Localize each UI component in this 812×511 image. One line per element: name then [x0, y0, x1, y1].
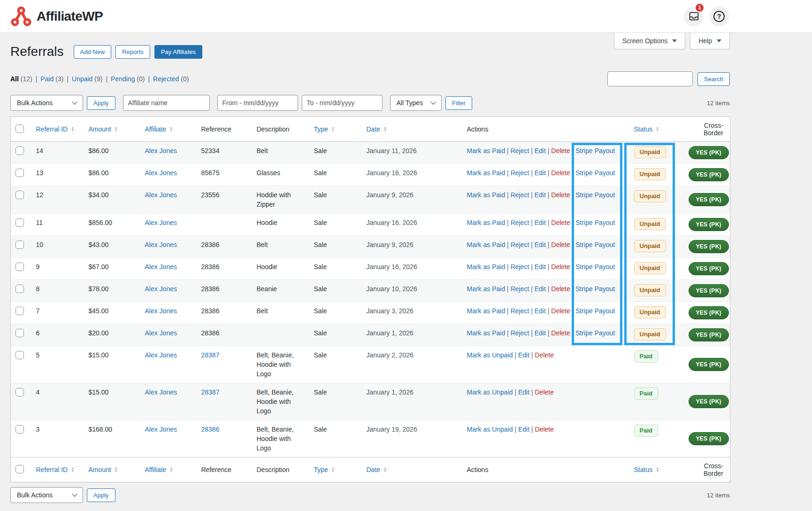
bulk-actions-select[interactable]: Bulk Actions [10, 95, 83, 111]
sort-link-id[interactable]: Referral ID▲▼ [36, 125, 75, 133]
sort-link-status[interactable]: Status▲▼ [634, 466, 659, 473]
affiliate-link[interactable]: Alex Jones [145, 426, 177, 433]
cross-border-button[interactable]: YES (PK) [689, 146, 729, 159]
action-reject[interactable]: Reject [511, 307, 529, 315]
search-button[interactable]: Search [697, 72, 730, 86]
action-reject[interactable]: Reject [511, 169, 529, 177]
apply-button-bottom[interactable]: Apply [87, 488, 115, 502]
help-tab[interactable]: Help [690, 33, 730, 49]
action-mark-as-unpaid[interactable]: Mark as Unpaid [467, 351, 513, 359]
row-checkbox[interactable] [15, 169, 24, 177]
sort-link-amount[interactable]: Amount▲▼ [89, 125, 118, 133]
cross-border-button[interactable]: YES (PK) [689, 284, 729, 297]
action-delete[interactable]: Delete [535, 426, 554, 433]
action-reject[interactable]: Reject [511, 241, 529, 248]
view-all[interactable]: All (12) [10, 75, 32, 83]
date-to-input[interactable] [302, 95, 383, 111]
cross-border-button[interactable]: YES (PK) [689, 358, 729, 371]
action-delete[interactable]: Delete [551, 241, 570, 248]
stripe-payout-link[interactable]: Stripe Payout [575, 329, 615, 337]
date-from-input[interactable] [217, 95, 298, 111]
action-delete[interactable]: Delete [551, 169, 570, 177]
affiliate-link[interactable]: Alex Jones [145, 388, 177, 396]
affiliate-link[interactable]: Alex Jones [145, 263, 177, 271]
view-paid[interactable]: Paid (3) [40, 75, 63, 83]
row-checkbox[interactable] [15, 147, 24, 155]
affiliate-link[interactable]: Alex Jones [145, 241, 177, 248]
action-mark-as-unpaid[interactable]: Mark as Unpaid [467, 426, 513, 433]
affiliate-name-input[interactable] [123, 95, 210, 111]
action-delete[interactable]: Delete [551, 263, 570, 271]
action-mark-as-paid[interactable]: Mark as Paid [467, 147, 506, 155]
affiliate-link[interactable]: Alex Jones [145, 329, 177, 337]
cross-border-button[interactable]: YES (PK) [689, 240, 729, 253]
stripe-payout-link[interactable]: Stripe Payout [575, 263, 615, 271]
sort-link-id[interactable]: Referral ID▲▼ [36, 466, 75, 473]
action-mark-as-paid[interactable]: Mark as Paid [467, 329, 506, 337]
row-checkbox[interactable] [15, 218, 24, 227]
action-mark-as-paid[interactable]: Mark as Paid [467, 191, 506, 199]
action-delete[interactable]: Delete [535, 388, 554, 396]
action-delete[interactable]: Delete [551, 285, 570, 293]
action-edit[interactable]: Edit [535, 191, 546, 199]
cross-border-button[interactable]: YES (PK) [689, 328, 729, 341]
action-reject[interactable]: Reject [511, 191, 529, 199]
action-edit[interactable]: Edit [535, 147, 546, 155]
action-reject[interactable]: Reject [511, 147, 529, 155]
bulk-actions-select-bottom[interactable]: Bulk Actions [10, 487, 83, 503]
notifications-button[interactable]: 1 [684, 7, 704, 26]
row-checkbox[interactable] [15, 351, 24, 359]
cross-border-button[interactable]: YES (PK) [689, 432, 729, 445]
affiliate-link[interactable]: Alex Jones [145, 191, 177, 199]
sort-link-type[interactable]: Type▲▼ [314, 466, 335, 473]
stripe-payout-link[interactable]: Stripe Payout [575, 285, 615, 293]
reference-link[interactable]: 28387 [201, 351, 220, 359]
cross-border-button[interactable]: YES (PK) [689, 262, 729, 275]
action-edit[interactable]: Edit [518, 351, 529, 359]
row-checkbox[interactable] [15, 307, 24, 315]
screen-options-tab[interactable]: Screen Options [614, 33, 686, 49]
stripe-payout-link[interactable]: Stripe Payout [575, 307, 615, 315]
affiliate-link[interactable]: Alex Jones [145, 351, 177, 359]
affiliate-link[interactable]: Alex Jones [145, 147, 177, 155]
action-edit[interactable]: Edit [535, 169, 546, 177]
action-mark-as-paid[interactable]: Mark as Paid [467, 285, 506, 293]
row-checkbox[interactable] [15, 388, 24, 396]
action-reject[interactable]: Reject [511, 219, 529, 226]
cross-border-button[interactable]: YES (PK) [689, 306, 729, 319]
sort-link-affiliate[interactable]: Affiliate▲▼ [145, 466, 173, 473]
stripe-payout-link[interactable]: Stripe Payout [575, 147, 615, 155]
action-reject[interactable]: Reject [511, 285, 529, 293]
apply-button[interactable]: Apply [87, 96, 115, 110]
sort-link-affiliate[interactable]: Affiliate▲▼ [145, 125, 173, 133]
cross-border-button[interactable]: YES (PK) [689, 218, 729, 231]
row-checkbox[interactable] [15, 263, 24, 271]
action-mark-as-paid[interactable]: Mark as Paid [467, 219, 506, 226]
sort-link-date[interactable]: Date▲▼ [367, 125, 387, 133]
action-delete[interactable]: Delete [535, 351, 554, 359]
action-delete[interactable]: Delete [551, 219, 570, 226]
row-checkbox[interactable] [15, 329, 24, 337]
sort-link-amount[interactable]: Amount▲▼ [89, 466, 118, 473]
pay-affiliates-button[interactable]: Pay Affiliates [154, 45, 202, 59]
action-reject[interactable]: Reject [511, 329, 529, 337]
action-edit[interactable]: Edit [535, 329, 546, 337]
row-checkbox[interactable] [15, 285, 24, 293]
row-checkbox[interactable] [15, 191, 24, 199]
type-filter-select[interactable]: All Types [390, 95, 442, 111]
action-edit[interactable]: Edit [535, 241, 546, 248]
sort-link-date[interactable]: Date▲▼ [367, 466, 387, 473]
affiliate-link[interactable]: Alex Jones [145, 169, 177, 177]
action-edit[interactable]: Edit [535, 263, 546, 271]
sort-link-type[interactable]: Type▲▼ [314, 125, 335, 133]
reference-link[interactable]: 28386 [201, 426, 220, 433]
row-checkbox[interactable] [15, 240, 24, 249]
add-new-button[interactable]: Add New [74, 45, 112, 59]
action-mark-as-paid[interactable]: Mark as Paid [467, 263, 506, 271]
action-delete[interactable]: Delete [551, 307, 570, 315]
view-unpaid[interactable]: Unpaid (9) [72, 75, 102, 83]
row-checkbox[interactable] [15, 425, 24, 434]
action-edit[interactable]: Edit [535, 219, 546, 226]
action-mark-as-paid[interactable]: Mark as Paid [467, 241, 506, 248]
action-delete[interactable]: Delete [551, 329, 570, 337]
